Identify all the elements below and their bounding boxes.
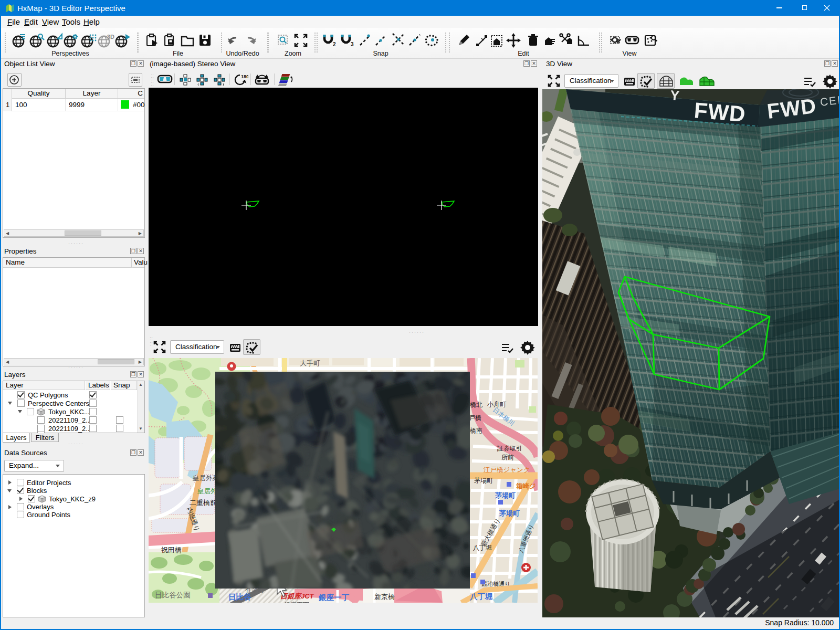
svg-text:日比谷: 日比谷 — [228, 593, 251, 601]
svg-text:2: 2 — [333, 41, 336, 47]
svg-text:証券取引: 証券取引 — [497, 445, 522, 452]
svg-text:皇居外: 皇居外 — [197, 488, 217, 495]
svg-text:3: 3 — [351, 41, 354, 47]
svg-text:新京橋: 新京橋 — [374, 593, 395, 601]
svg-text:茅場町: 茅場町 — [474, 477, 494, 484]
svg-text:Y: Y — [670, 89, 680, 103]
svg-text:180: 180 — [241, 74, 248, 79]
svg-text:3D: 3D — [107, 34, 114, 40]
svg-text:戸橋: 戸橋 — [469, 414, 481, 422]
svg-text:橋北: 橋北 — [470, 401, 482, 408]
svg-text:銀座五丁: 銀座五丁 — [284, 601, 309, 603]
svg-text:所前: 所前 — [501, 454, 514, 461]
svg-text:茅場町: 茅場町 — [495, 491, 516, 499]
svg-text:江戸橋ジャンク: 江戸橋ジャンク — [484, 466, 530, 474]
svg-text:橋南: 橋南 — [470, 427, 482, 434]
svg-text:銀座一丁: 銀座一丁 — [318, 593, 350, 602]
svg-text:二重橋前: 二重橋前 — [190, 499, 217, 507]
svg-text:西銀座JCT: 西銀座JCT — [280, 592, 314, 600]
svg-text:八丁堀: 八丁堀 — [469, 592, 493, 601]
svg-text:大手町: 大手町 — [300, 359, 320, 367]
svg-text:茅場町: 茅場町 — [499, 509, 520, 517]
svg-text:祝田橋: 祝田橋 — [161, 546, 182, 554]
svg-text:日比谷公園: 日比谷公園 — [155, 591, 191, 599]
svg-text:皇居外苑: 皇居外苑 — [193, 475, 219, 482]
svg-text:箱崎ジ: 箱崎ジ — [516, 482, 536, 490]
svg-text:FWD: FWD — [693, 98, 747, 127]
